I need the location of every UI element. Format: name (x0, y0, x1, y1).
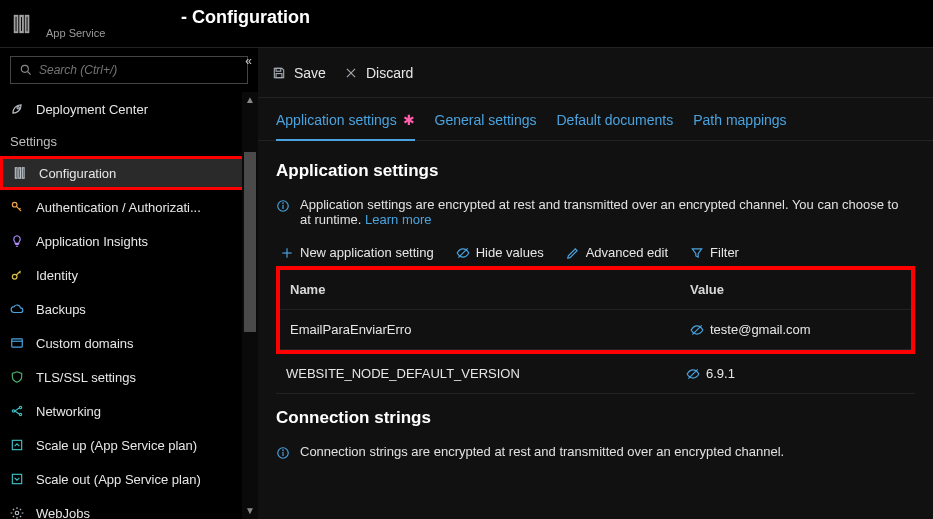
sidebar-item-networking[interactable]: Networking (0, 394, 242, 428)
filter-label: Filter (710, 245, 739, 260)
cloud-icon (10, 302, 26, 316)
sidebar-item-identity[interactable]: Identity (0, 258, 242, 292)
collapse-sidebar-button[interactable]: « (245, 54, 252, 68)
sidebar-scrollbar[interactable]: ▲ ▼ (242, 92, 258, 519)
svg-line-4 (28, 72, 31, 75)
conn-info-text: Connection strings are encrypted at rest… (300, 444, 784, 459)
svg-point-25 (283, 203, 284, 204)
sidebar-item-label: Backups (36, 302, 86, 317)
table-header: NameValue (280, 270, 911, 310)
filter-button[interactable]: Filter (690, 245, 739, 260)
svg-point-14 (19, 406, 21, 408)
command-bar: Save Discard (258, 48, 933, 98)
setting-name: EmailParaEnviarErro (280, 322, 680, 337)
discard-icon (344, 66, 358, 80)
settings-action-bar: New application setting Hide values Adva… (276, 245, 915, 260)
tab-path-mappings[interactable]: Path mappings (693, 108, 786, 132)
sidebar-item-label: Custom domains (36, 336, 134, 351)
svg-point-15 (19, 413, 21, 415)
scroll-up-icon[interactable]: ▲ (242, 92, 258, 108)
new-setting-button[interactable]: New application setting (280, 245, 434, 260)
sidebar-item-label: WebJobs (36, 506, 90, 520)
key-orange-icon (10, 200, 26, 214)
table-row[interactable]: WEBSITE_NODE_DEFAULT_VERSION6.9.1 (276, 354, 915, 394)
svg-rect-20 (276, 73, 282, 77)
info-icon (276, 446, 292, 460)
learn-more-link[interactable]: Learn more (365, 212, 431, 227)
svg-point-13 (12, 410, 14, 412)
scale-up-icon (10, 438, 26, 452)
search-input[interactable] (39, 63, 239, 77)
sidebar-item-scale-up-app-service-plan[interactable]: Scale up (App Service plan) (0, 428, 242, 462)
main-panel: Save Discard Application settings ✱Gener… (258, 48, 933, 519)
scroll-down-icon[interactable]: ▼ (242, 503, 258, 519)
new-setting-label: New application setting (300, 245, 434, 260)
svg-point-18 (15, 511, 19, 515)
sidebar-item-configuration[interactable]: Configuration (0, 156, 242, 190)
shield-icon (10, 370, 26, 384)
scrollbar-thumb[interactable] (244, 152, 256, 332)
hidden-value-icon (690, 323, 704, 337)
advanced-edit-button[interactable]: Advanced edit (566, 245, 668, 260)
sidebar-nav: Deployment CenterSettingsConfigurationAu… (0, 92, 242, 519)
sidebar-item-label: TLS/SSL settings (36, 370, 136, 385)
sidebar-item-application-insights[interactable]: Application Insights (0, 224, 242, 258)
svg-rect-19 (276, 68, 281, 71)
svg-rect-0 (15, 15, 18, 32)
sidebar-item-webjobs[interactable]: WebJobs (0, 496, 242, 519)
hide-values-button[interactable]: Hide values (456, 245, 544, 260)
sidebar-item-label: Networking (36, 404, 101, 419)
save-icon (272, 66, 286, 80)
sidebar-item-custom-domains[interactable]: Custom domains (0, 326, 242, 360)
sidebar-item-tls-ssl-settings[interactable]: TLS/SSL settings (0, 360, 242, 394)
save-button[interactable]: Save (272, 65, 326, 81)
sidebar-search[interactable] (10, 56, 248, 84)
search-icon (19, 63, 33, 77)
dirty-indicator-icon: ✱ (399, 112, 415, 128)
conn-strings-heading: Connection strings (276, 408, 915, 428)
plus-icon (280, 246, 294, 260)
sidebar-item-label: Scale up (App Service plan) (36, 438, 197, 453)
app-service-icon (10, 12, 34, 36)
sidebar-item-authentication-authorizati[interactable]: Authentication / Authorizati... (0, 190, 242, 224)
page-title: - Configuration (46, 8, 310, 28)
tab-general-settings[interactable]: General settings (435, 108, 537, 132)
svg-point-33 (283, 450, 284, 451)
discard-label: Discard (366, 65, 413, 81)
info-icon (276, 199, 292, 213)
svg-rect-6 (15, 168, 17, 179)
network-icon (10, 404, 26, 418)
svg-point-10 (12, 274, 17, 279)
sidebar-item-label: Deployment Center (36, 102, 148, 117)
discard-button[interactable]: Discard (344, 65, 413, 81)
sidebar-item-label: Authentication / Authorizati... (36, 200, 201, 215)
sliders-icon (13, 166, 29, 180)
col-header-value: Value (680, 282, 911, 297)
highlighted-rows: NameValueEmailParaEnviarErroteste@gmail.… (276, 266, 915, 354)
globe-icon (10, 336, 26, 350)
tab-application-settings[interactable]: Application settings ✱ (276, 108, 415, 132)
hide-icon (456, 246, 470, 260)
app-settings-info: Application settings are encrypted at re… (276, 197, 915, 227)
page-subtitle: App Service (46, 27, 310, 39)
info-text-a: Application settings are encrypted at re… (300, 197, 898, 212)
sidebar-item-label: Application Insights (36, 234, 148, 249)
rocket-icon (10, 102, 26, 116)
scale-out-icon (10, 472, 26, 486)
app-settings-table: NameValueEmailParaEnviarErroteste@gmail.… (276, 266, 915, 394)
svg-point-5 (17, 107, 19, 109)
setting-value: teste@gmail.com (680, 322, 911, 337)
hide-values-label: Hide values (476, 245, 544, 260)
table-row[interactable]: EmailParaEnviarErroteste@gmail.com (280, 310, 911, 350)
setting-name: WEBSITE_NODE_DEFAULT_VERSION (276, 366, 676, 381)
svg-rect-2 (26, 15, 29, 32)
sidebar-item-deployment-center[interactable]: Deployment Center (0, 92, 242, 126)
advanced-edit-label: Advanced edit (586, 245, 668, 260)
tab-default-documents[interactable]: Default documents (556, 108, 673, 132)
sidebar-item-scale-out-app-service-plan[interactable]: Scale out (App Service plan) (0, 462, 242, 496)
page-header: - Configuration App Service (0, 0, 933, 48)
svg-point-9 (12, 202, 17, 207)
svg-rect-1 (20, 15, 23, 32)
sidebar-item-backups[interactable]: Backups (0, 292, 242, 326)
sidebar-item-label: Identity (36, 268, 78, 283)
